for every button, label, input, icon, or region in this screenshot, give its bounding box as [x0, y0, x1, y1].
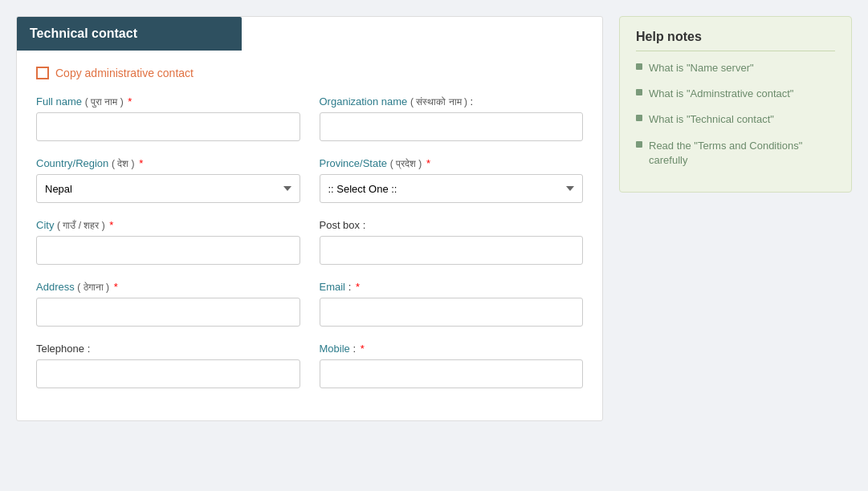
telephone-group: Telephone :: [36, 343, 300, 388]
form-row-4: Address ( ठेगाना ) * Email : *: [36, 281, 583, 327]
country-select[interactable]: Nepal: [36, 174, 300, 203]
email-required: *: [356, 281, 360, 293]
province-label: Province/State ( प्रदेश ) *: [320, 157, 584, 169]
country-label: Country/Region ( देश ) *: [36, 157, 300, 169]
bullet-icon: [636, 89, 642, 95]
form-header: Technical contact: [17, 17, 242, 51]
address-label: Address ( ठेगाना ) *: [36, 281, 300, 293]
help-notes-title: Help notes: [636, 30, 835, 51]
list-item: What is "Adminstrative contact": [636, 87, 835, 101]
mobile-required: *: [361, 343, 365, 355]
country-required: *: [139, 157, 143, 169]
address-input[interactable]: [36, 298, 300, 327]
list-item: Read the "Terms and Conditions" carefull…: [636, 139, 835, 168]
list-item: What is "Technical contact": [636, 112, 835, 127]
help-notes-panel: Help notes What is "Name server" What is…: [619, 16, 852, 193]
list-item: What is "Name server": [636, 61, 835, 75]
help-link-nameserver[interactable]: What is "Name server": [649, 61, 754, 75]
copy-admin-checkbox[interactable]: [36, 67, 49, 79]
required-star: *: [128, 95, 132, 108]
full-name-input[interactable]: [36, 112, 300, 141]
full-name-label: Full name ( पुरा नाम ) *: [36, 95, 300, 108]
org-name-group: Organization name ( संस्थाको नाम ) :: [320, 95, 584, 141]
copy-admin-label[interactable]: Copy administrative contact: [55, 67, 194, 79]
form-row-3: City ( गाउँ / शहर ) * Post box :: [36, 219, 583, 265]
mobile-group: Mobile : *: [320, 343, 584, 388]
city-label: City ( गाउँ / शहर ) *: [36, 219, 300, 231]
copy-admin-row: Copy administrative contact: [36, 67, 583, 79]
province-required: *: [426, 157, 430, 169]
province-select[interactable]: :: Select One ::: [320, 174, 584, 203]
org-name-input[interactable]: [320, 112, 584, 141]
org-name-label: Organization name ( संस्थाको नाम ) :: [320, 95, 584, 108]
telephone-label: Telephone :: [36, 343, 300, 355]
email-input[interactable]: [320, 298, 584, 327]
address-group: Address ( ठेगाना ) *: [36, 281, 300, 327]
bullet-icon: [636, 141, 642, 148]
form-row-2: Country/Region ( देश ) * Nepal Province/…: [36, 157, 583, 203]
country-group: Country/Region ( देश ) * Nepal: [36, 157, 300, 203]
postbox-label: Post box :: [320, 219, 584, 231]
mobile-input[interactable]: [320, 359, 584, 388]
city-group: City ( गाउँ / शहर ) *: [36, 219, 300, 265]
email-group: Email : *: [320, 281, 584, 327]
bullet-icon: [636, 115, 642, 121]
province-group: Province/State ( प्रदेश ) * :: Select On…: [320, 157, 584, 203]
help-link-technical[interactable]: What is "Technical contact": [649, 112, 774, 127]
help-link-admin[interactable]: What is "Adminstrative contact": [649, 87, 793, 101]
form-row-5: Telephone : Mobile : *: [36, 343, 583, 388]
telephone-input[interactable]: [36, 359, 300, 388]
postbox-input[interactable]: [320, 236, 584, 265]
city-required: *: [109, 219, 113, 231]
postbox-group: Post box :: [320, 219, 584, 265]
help-link-terms[interactable]: Read the "Terms and Conditions" carefull…: [649, 139, 835, 168]
help-notes-list: What is "Name server" What is "Adminstra…: [636, 61, 835, 168]
bullet-icon: [636, 63, 642, 70]
address-required: *: [114, 281, 118, 293]
mobile-label: Mobile : *: [320, 343, 584, 355]
full-name-group: Full name ( पुरा नाम ) *: [36, 95, 300, 141]
email-label: Email : *: [320, 281, 584, 293]
city-input[interactable]: [36, 236, 300, 265]
form-row-1: Full name ( पुरा नाम ) * Organization na…: [36, 95, 583, 141]
